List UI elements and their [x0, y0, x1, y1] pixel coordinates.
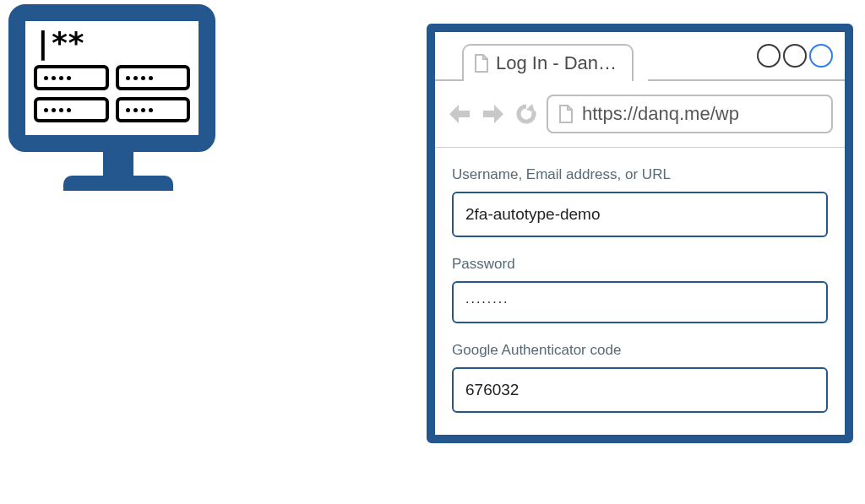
password-field-grid	[34, 65, 190, 122]
page-icon	[558, 105, 574, 123]
window-control-circle[interactable]	[757, 44, 781, 68]
tab-title: Log In - Dan…	[496, 52, 617, 74]
back-icon[interactable]	[447, 101, 472, 127]
address-bar-url: https://danq.me/wp	[582, 103, 739, 125]
login-form: Username, Email address, or URL Password…	[435, 148, 845, 435]
password-input[interactable]	[452, 281, 828, 323]
window-controls	[757, 44, 833, 68]
browser-window: Log In - Dan…	[427, 24, 853, 443]
password-field-icon	[116, 97, 191, 122]
monitor-stand	[103, 152, 133, 176]
window-control-circle[interactable]	[809, 44, 833, 68]
password-manager-monitor-icon: |**	[8, 4, 228, 191]
monitor-screen: |**	[8, 4, 215, 152]
totp-label: Google Authenticator code	[452, 342, 828, 359]
totp-input[interactable]	[452, 367, 828, 413]
toolbar: https://danq.me/wp	[435, 81, 845, 147]
monitor-base	[63, 176, 173, 191]
password-field-icon	[116, 65, 191, 90]
password-field-icon	[34, 65, 109, 90]
password-label: Password	[452, 256, 828, 273]
browser-tab[interactable]: Log In - Dan…	[462, 44, 634, 81]
reload-icon[interactable]	[514, 102, 538, 126]
window-control-circle[interactable]	[783, 44, 807, 68]
tab-bar: Log In - Dan…	[435, 32, 845, 81]
username-input[interactable]	[452, 192, 828, 237]
address-bar[interactable]: https://danq.me/wp	[547, 95, 833, 133]
username-label: Username, Email address, or URL	[452, 166, 828, 183]
password-masked-text: |**	[34, 28, 190, 58]
forward-icon[interactable]	[481, 101, 506, 127]
page-icon	[474, 54, 489, 73]
password-field-icon	[34, 97, 109, 122]
